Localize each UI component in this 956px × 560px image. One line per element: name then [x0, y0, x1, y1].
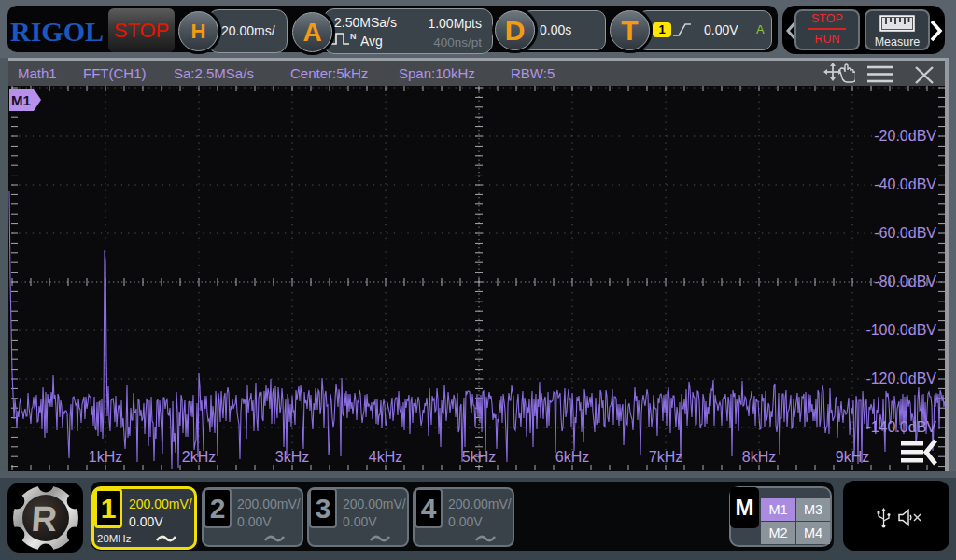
svg-text:8kHz: 8kHz: [742, 449, 776, 465]
svg-text:N: N: [350, 32, 357, 41]
svg-text:-20.0dBV: -20.0dBV: [874, 128, 936, 144]
svg-text:-120.0dBV: -120.0dBV: [865, 371, 936, 386]
svg-text:-140.0dBV: -140.0dBV: [865, 419, 936, 435]
svg-text:9kHz: 9kHz: [836, 449, 869, 465]
svg-text:2kHz: 2kHz: [182, 449, 216, 465]
svg-text:5kHz: 5kHz: [462, 449, 496, 465]
svg-text:-100.0dBV: -100.0dBV: [865, 322, 936, 338]
svg-text:4kHz: 4kHz: [369, 449, 402, 465]
svg-text:6kHz: 6kHz: [555, 449, 589, 465]
svg-text:7kHz: 7kHz: [649, 449, 682, 465]
svg-text:3kHz: 3kHz: [275, 449, 309, 465]
svg-text:1kHz: 1kHz: [89, 449, 122, 465]
svg-text:M1: M1: [11, 92, 31, 108]
svg-text:-60.0dBV: -60.0dBV: [874, 225, 936, 241]
svg-text:R: R: [30, 499, 58, 539]
svg-text:-40.0dBV: -40.0dBV: [874, 176, 936, 192]
svg-text:-80.0dBV: -80.0dBV: [874, 273, 936, 289]
